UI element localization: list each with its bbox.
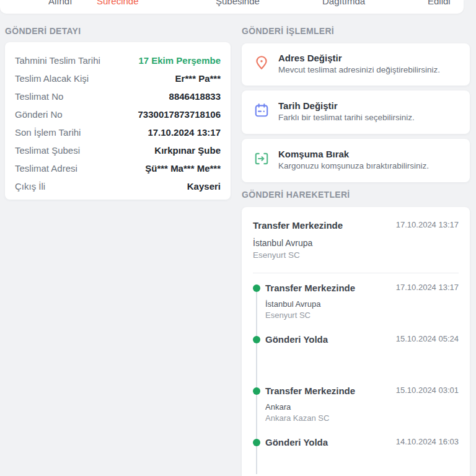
details-label: Teslimat No — [15, 91, 63, 102]
details-label: Son İşlem Tarihi — [15, 127, 81, 138]
status-tab-edildi: Edildi — [428, 0, 451, 6]
shipment-movements-card: Transfer Merkezinde 17.10.2024 13:17 İst… — [242, 207, 470, 476]
details-value: 17 Ekim Perşembe — [138, 55, 221, 66]
timeline-city: İstanbul Avrupa — [265, 299, 459, 309]
timeline-dot-icon — [253, 387, 260, 395]
details-label: Gönderi No — [15, 109, 63, 120]
action-card-leave-to-neighbor[interactable]: Komşuma Bırak Kargonuzu komşunuza bırakt… — [242, 139, 470, 182]
details-row-shipment-no: Gönderi No 7330017873718106 — [15, 105, 221, 123]
details-value: 7330017873718106 — [138, 109, 221, 120]
timeline-status: Gönderi Yolda — [265, 333, 328, 346]
details-value: Kırkpınar Şube — [154, 145, 221, 156]
movement-city: İstanbul Avrupa — [253, 238, 459, 249]
timeline-dot-icon — [253, 439, 260, 446]
details-value: Şü*** Ma*** Me*** — [145, 163, 221, 174]
movement-current: Transfer Merkezinde 17.10.2024 13:17 İst… — [253, 219, 459, 260]
shipment-details-card: Tahmini Teslim Tarihi 17 Ekim Perşembe T… — [5, 42, 231, 200]
details-label: Tahmini Teslim Tarihi — [15, 55, 100, 66]
timeline-date: 15.10.2024 05:24 — [396, 333, 459, 345]
details-row-origin-city: Çıkış İli Kayseri — [15, 177, 221, 195]
status-tab-alindi: Alındı — [48, 0, 72, 6]
timeline-date: 14.10.2024 16:03 — [396, 436, 459, 447]
details-row-estimated-delivery: Tahmini Teslim Tarihi 17 Ekim Perşembe — [15, 51, 221, 69]
timeline-entry: Transfer Merkezinde 15.10.2024 03:01 Ank… — [253, 382, 459, 434]
right-column: GÖNDERİ İŞLEMLERİ Adres Değiştir Mevcut … — [242, 26, 470, 476]
timeline-date: 15.10.2024 03:01 — [396, 385, 459, 396]
action-card-text: Tarih Değiştir Farklı bir teslimat tarih… — [278, 100, 415, 122]
timeline-status: Transfer Merkezinde — [265, 385, 355, 397]
details-label: Teslimat Adresi — [15, 163, 77, 174]
shipment-details-title: GÖNDERİ DETAYI — [5, 26, 81, 36]
details-value: Kayseri — [187, 181, 221, 192]
details-row-delivery-no: Teslimat No 8846418833 — [15, 87, 221, 105]
timeline-dot-icon — [253, 336, 260, 343]
action-title: Komşuma Bırak — [278, 149, 429, 159]
details-value: Er*** Pa*** — [175, 73, 221, 84]
status-tab-bar: Alındı Sürecinde Şubesinde Dağıtımda Edi… — [0, 0, 464, 14]
timeline-branch: Esenyurt SC — [265, 311, 459, 320]
action-description: Kargonuzu komşunuza bıraktırabilirsiniz. — [278, 161, 429, 170]
timeline-date: 17.10.2024 13:17 — [396, 282, 459, 293]
details-label: Teslimat Şubesi — [15, 145, 80, 156]
action-description: Farklı bir teslimat tarihi seçebilirsini… — [278, 113, 415, 122]
details-row-delivery-branch: Teslimat Şubesi Kırkpınar Şube — [15, 141, 221, 159]
timeline-dot-icon — [253, 284, 260, 292]
details-value: 17.10.2024 13:17 — [148, 127, 221, 138]
status-tab-dagitimda: Dağıtımda — [322, 0, 365, 6]
details-label: Teslim Alacak Kişi — [15, 73, 89, 84]
details-row-recipient: Teslim Alacak Kişi Er*** Pa*** — [15, 69, 221, 87]
timeline-entry: Gönderi Yolda 15.10.2024 05:24 — [253, 331, 459, 382]
action-card-change-date[interactable]: Tarih Değiştir Farklı bir teslimat tarih… — [242, 90, 470, 134]
movement-date: 17.10.2024 13:17 — [396, 219, 459, 231]
shipment-actions-title: GÖNDERİ İŞLEMLERİ — [242, 26, 470, 36]
divider — [253, 273, 459, 273]
details-row-last-action-date: Son İşlem Tarihi 17.10.2024 13:17 — [15, 123, 221, 141]
movements-timeline: Transfer Merkezinde 17.10.2024 13:17 İst… — [253, 280, 459, 471]
status-tab-surecinde: Sürecinde — [97, 0, 139, 6]
action-card-change-address[interactable]: Adres Değiştir Mevcut teslimat adresiniz… — [242, 43, 470, 86]
calendar-icon — [253, 102, 270, 118]
timeline-branch: Ankara Kazan SC — [265, 413, 459, 423]
details-row-delivery-address: Teslimat Adresi Şü*** Ma*** Me*** — [15, 159, 221, 177]
movement-status: Transfer Merkezinde — [253, 219, 343, 232]
action-card-text: Komşuma Bırak Kargonuzu komşunuza bırakt… — [278, 149, 429, 170]
location-pin-icon — [253, 55, 270, 71]
details-value: 8846418833 — [169, 91, 221, 102]
shipment-movements-title: GÖNDERİ HAREKETLERİ — [242, 190, 470, 200]
status-tab-subesinde: Şubesinde — [216, 0, 260, 6]
timeline-entry: Transfer Merkezinde 17.10.2024 13:17 İst… — [253, 280, 459, 331]
timeline-entry: Gönderi Yolda 14.10.2024 16:03 — [253, 434, 459, 471]
action-description: Mevcut teslimat adresinizi değiştirebili… — [278, 65, 440, 74]
action-card-text: Adres Değiştir Mevcut teslimat adresiniz… — [278, 53, 440, 74]
timeline-status: Transfer Merkezinde — [265, 282, 355, 294]
timeline-status: Gönderi Yolda — [265, 436, 328, 449]
details-label: Çıkış İli — [15, 181, 45, 192]
action-title: Tarih Değiştir — [278, 100, 415, 111]
movement-branch: Esenyurt SC — [253, 250, 459, 260]
action-title: Adres Değiştir — [278, 53, 440, 63]
timeline-city: Ankara — [265, 402, 459, 412]
neighbor-dropoff-icon — [253, 151, 270, 167]
